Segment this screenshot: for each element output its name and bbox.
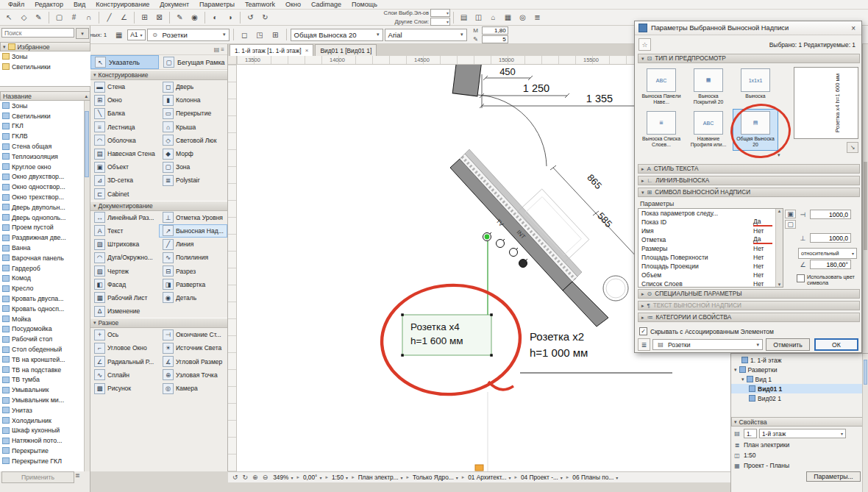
dialog-titlebar[interactable]: Параметры Выбранной Выносной Надписи ×: [635, 21, 861, 35]
param-value[interactable]: Нет: [753, 271, 772, 279]
param-value[interactable]: Нет: [753, 245, 772, 252]
selection-handle[interactable]: [490, 354, 493, 357]
list-item[interactable]: Умывальник: [0, 385, 85, 395]
favorite-item[interactable]: Зоны: [0, 51, 90, 62]
group-icon[interactable]: ⊞: [138, 10, 152, 24]
toolbox-section-header[interactable]: ▾Разное: [90, 318, 227, 328]
angle-field[interactable]: [810, 260, 851, 269]
label-type-combo[interactable]: Общая Выноска 20 ▾: [291, 29, 383, 41]
cancel-button[interactable]: Отменить: [766, 338, 810, 351]
apply-button[interactable]: Применить: [1, 471, 74, 483]
list-item[interactable]: Холодильник: [0, 416, 85, 426]
list-item[interactable]: Проем пустой: [0, 223, 85, 233]
statusbar-segment[interactable]: Только Ядро...▾: [410, 474, 461, 481]
tool-Полилиния[interactable]: ∿Полилиния: [159, 251, 227, 264]
target-icon[interactable]: ◎: [516, 10, 530, 24]
preset-Выноска Панели Наве...[interactable]: ABCВыноска Панели Наве...: [638, 66, 684, 108]
tool-Рабочий Лист[interactable]: ▦Рабочий Лист: [90, 291, 159, 304]
layers-selected-dropdown[interactable]: ▾: [430, 9, 450, 17]
apply-options-icon[interactable]: ≣: [75, 472, 80, 479]
list-item[interactable]: Ванна: [0, 243, 85, 253]
sort-arrow-icon[interactable]: ▴: [85, 93, 88, 99]
tool-Колонна[interactable]: ▮Колонна: [159, 93, 227, 107]
param-row[interactable]: РазмерыНет: [638, 244, 783, 253]
section-text-style[interactable]: ▸ A СТИЛЬ ТЕКСТА: [638, 164, 860, 174]
tool-Изменение[interactable]: ΔИзменение: [90, 304, 159, 318]
list-item[interactable]: Кресло: [0, 283, 85, 293]
list-item[interactable]: Умывальник ми...: [0, 395, 85, 405]
preset-scroll-caret-icon[interactable]: ▾: [778, 152, 780, 158]
list-item[interactable]: Стол обеденный: [0, 344, 85, 354]
list-item[interactable]: Рабочий стол: [0, 334, 85, 344]
tool-Развертка[interactable]: ◨Развертка: [159, 278, 227, 291]
tool-Окно[interactable]: ⊞Окно: [90, 93, 159, 107]
column-view-icon[interactable]: ◫: [472, 10, 485, 24]
tool-Объект[interactable]: ▣Объект: [90, 160, 159, 174]
preset-Общая Выноска 20[interactable]: ▤Общая Выноска 20: [733, 109, 778, 151]
list-item[interactable]: Дверь однополь...: [0, 213, 85, 223]
layer-combination[interactable]: План электрики: [744, 441, 789, 449]
tool-Текст[interactable]: AТекст: [90, 224, 159, 238]
list-item[interactable]: ТВ тумба: [0, 375, 85, 385]
list-item[interactable]: Перекрытие: [0, 446, 85, 456]
menu-Вид[interactable]: Вид: [68, 1, 90, 8]
zoom-in-icon[interactable]: ⊕: [250, 474, 260, 481]
selection-handle[interactable]: [401, 354, 404, 357]
expander-icon[interactable]: ▾: [741, 377, 744, 382]
marquee-icon[interactable]: ▢: [52, 10, 66, 24]
list-scrollbar[interactable]: [84, 101, 90, 471]
statusbar-segment[interactable]: 04 Проект -...▾: [518, 474, 566, 481]
magnet-icon[interactable]: ∩: [82, 10, 96, 24]
list-item[interactable]: Круглое окно: [0, 162, 85, 172]
statusbar-segment[interactable]: План электр...▾: [355, 474, 406, 481]
param-value[interactable]: Да: [753, 218, 772, 227]
grid-icon[interactable]: ⊞: [268, 28, 282, 42]
tool-Угловое Окно[interactable]: ⌐Угловое Окно: [90, 341, 159, 354]
tool-3D-сетка[interactable]: ⊿3D-сетка: [90, 174, 159, 187]
param-row[interactable]: Площадь ПоверхностиНет: [638, 253, 783, 262]
list-item[interactable]: ГКЛ: [0, 121, 85, 132]
tool-Навесная Стена[interactable]: ▤Навесная Стена: [90, 147, 159, 160]
list-item[interactable]: Гардероб: [0, 263, 85, 274]
tool-Дуга/Окружно...[interactable]: ◠Дуга/Окружно...: [90, 251, 159, 264]
preview-expand-icon[interactable]: ↘: [847, 142, 858, 153]
param-row[interactable]: Показ IDДа: [638, 218, 783, 227]
param-value[interactable]: Нет: [753, 227, 772, 235]
list-item[interactable]: Окно двухствор...: [0, 172, 85, 182]
menu-Teamwork[interactable]: Teamwork: [240, 1, 280, 8]
pointer-icon[interactable]: ↖: [2, 10, 16, 24]
menu-Окно[interactable]: Окно: [280, 1, 306, 8]
tool-Узловая Точка[interactable]: ⊕Узловая Точка: [159, 368, 227, 382]
list-item[interactable]: Посудомойка: [0, 324, 85, 335]
param-value[interactable]: Да: [753, 235, 772, 244]
tool-Источник Света[interactable]: ☀Источник Света: [159, 341, 227, 354]
rotate-left-icon[interactable]: ↺: [243, 10, 257, 24]
tab-view01[interactable]: Вид01 1 [Вид01 1]: [315, 44, 377, 56]
toolbox-section-header[interactable]: ▾Документирование: [90, 201, 227, 211]
tool-Линия[interactable]: ╱Линия: [159, 238, 227, 251]
list-item[interactable]: Натяжной пото...: [0, 435, 85, 446]
anchor-top-icon[interactable]: ▣: [785, 210, 796, 218]
hide-with-element-checkbox[interactable]: ✓: [639, 327, 647, 335]
undo-icon[interactable]: ↺: [230, 474, 241, 481]
collapse-caret-icon[interactable]: ▾: [3, 44, 6, 50]
font-size-field[interactable]: [482, 26, 508, 35]
navigator-scrollbar[interactable]: [862, 354, 868, 492]
home-icon[interactable]: ⌂: [486, 10, 500, 24]
ok-button[interactable]: ОК: [814, 338, 858, 351]
tool-Отметка Уровня[interactable]: ⊥Отметка Уровня: [159, 211, 227, 224]
statusbar-segment[interactable]: 0,00°▾: [300, 474, 324, 481]
section-categories[interactable]: ▸ ≔ КАТЕГОРИИ И СВОЙСТВА: [638, 313, 860, 322]
param-row[interactable]: ОбъемНет: [638, 271, 783, 279]
element-type-combo[interactable]: ⊙ Розетки ▾: [147, 29, 230, 41]
tool-Polystair[interactable]: ≣Polystair: [159, 174, 227, 187]
tool-marquee[interactable]: ▢ Бегущая Рамка: [159, 55, 227, 69]
menu-Помощь[interactable]: Помощь: [346, 1, 383, 8]
floor-name-combo[interactable]: 1-й этаж ▾: [759, 429, 846, 438]
navigator-params-button[interactable]: Параметры...: [806, 471, 861, 482]
hide-eye-icon[interactable]: ◑: [223, 10, 237, 24]
tool-Фасад[interactable]: ◧Фасад: [90, 278, 159, 291]
preset-Название Профиля или...[interactable]: ABCНазвание Профиля или...: [686, 109, 731, 151]
list-item[interactable]: Раздвижная две...: [0, 232, 85, 243]
tool-Линейный Раз...[interactable]: ↔Линейный Раз...: [90, 211, 159, 224]
